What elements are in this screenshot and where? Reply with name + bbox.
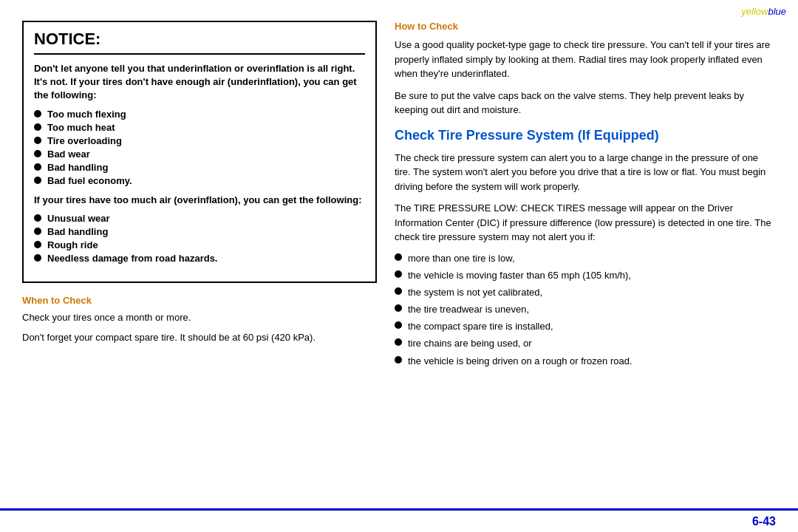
list-item-text: tire chains are being used, or [408,337,532,350]
list-item: Bad handling [34,226,365,237]
bullet-icon [34,163,41,171]
underinflation-list: Too much flexingToo much heatTire overlo… [34,109,365,186]
list-item-text: the vehicle is being driven on a rough o… [408,355,632,368]
bullet-icon [395,253,402,261]
check-tire-pressure-section: Check Tire Pressure System (If Equipped)… [395,128,776,368]
how-to-check-para2: Be sure to put the valve caps back on th… [395,89,776,117]
brand-yellow: yellow [741,6,768,17]
list-item: tire chains are being used, or [395,337,776,350]
list-item: the system is not yet calibrated, [395,286,776,299]
list-item: the vehicle is moving faster than 65 mph… [395,269,776,282]
list-item-text: the compact spare tire is installed, [408,320,553,333]
list-item-text: the tire treadwear is uneven, [408,303,529,316]
main-content: NOTICE: Don't let anyone tell you that u… [0,0,798,502]
bullet-icon [395,356,402,364]
overinflation-list: Unusual wearBad handlingRough rideNeedle… [34,213,365,264]
list-item: the tire treadwear is uneven, [395,303,776,316]
how-to-check-heading: How to Check [395,21,776,32]
list-item-text: the vehicle is moving faster than 65 mph… [408,269,631,282]
list-item-text: Rough ride [47,239,98,250]
how-to-check-para1: Use a good quality pocket-type gage to c… [395,38,776,81]
when-to-check-para1: Check your tires once a month or more. [22,310,377,325]
list-item: Unusual wear [34,213,365,224]
list-item: Bad fuel economy. [34,175,365,186]
list-item-text: Needless damage from road hazards. [47,253,217,264]
list-item: Too much flexing [34,109,365,120]
bullet-icon [34,137,41,144]
right-column: How to Check Use a good quality pocket-t… [395,21,776,495]
bullet-icon [34,228,41,235]
when-to-check-para2: Don't forget your compact spare tire. It… [22,330,377,345]
list-item-text: Bad handling [47,226,108,237]
brand-blue: blue [768,6,786,17]
list-item-text: Bad fuel economy. [47,175,132,186]
bullet-icon [34,123,41,131]
list-item-text: Unusual wear [47,213,110,224]
list-item-text: the system is not yet calibrated, [408,286,542,299]
when-to-check-heading: When to Check [22,295,377,306]
check-tire-para1: The check tire pressure system can alert… [395,151,776,194]
check-tire-pressure-heading: Check Tire Pressure System (If Equipped) [395,128,776,143]
notice-box: NOTICE: Don't let anyone tell you that u… [22,21,377,283]
bullet-icon [395,338,402,346]
notice-body: Don't let anyone tell you that underinfl… [34,62,365,264]
check-tire-para2: The TIRE PRESSURE LOW: CHECK TIRES messa… [395,201,776,245]
list-item-text: Tire overloading [47,135,122,146]
list-item: Bad handling [34,162,365,173]
list-item: Bad wear [34,149,365,160]
overinflation-intro: If your tires have too much air (overinf… [34,194,365,207]
check-tire-list: more than one tire is low,the vehicle is… [395,252,776,368]
bullet-icon [34,150,41,157]
list-item-text: Bad wear [47,149,90,160]
footer: 6-43 [0,508,798,532]
bullet-icon [395,304,402,312]
left-column: NOTICE: Don't let anyone tell you that u… [22,21,377,495]
list-item: the vehicle is being driven on a rough o… [395,355,776,368]
bullet-icon [34,110,41,117]
list-item: the compact spare tire is installed, [395,320,776,333]
list-item-text: Too much heat [47,122,115,133]
list-item: Tire overloading [34,135,365,146]
underinflation-intro: Don't let anyone tell you that underinfl… [34,62,365,103]
list-item-text: more than one tire is low, [408,252,515,265]
list-item-text: Bad handling [47,162,108,173]
bullet-icon [34,241,41,248]
list-item-text: Too much flexing [47,109,126,120]
bullet-icon [34,177,41,184]
bullet-icon [34,214,41,222]
bullet-icon [34,254,41,262]
list-item: more than one tire is low, [395,252,776,265]
page-number: 6-43 [752,515,776,528]
when-to-check-section: When to Check Check your tires once a mo… [22,295,377,345]
list-item: Too much heat [34,122,365,133]
bullet-icon [395,270,402,278]
list-item: Needless damage from road hazards. [34,253,365,264]
list-item: Rough ride [34,239,365,250]
bullet-icon [395,321,402,329]
notice-title: NOTICE: [34,30,365,55]
brand-label: yellowblue [741,6,786,17]
how-to-check-section: How to Check Use a good quality pocket-t… [395,21,776,117]
bullet-icon [395,287,402,295]
